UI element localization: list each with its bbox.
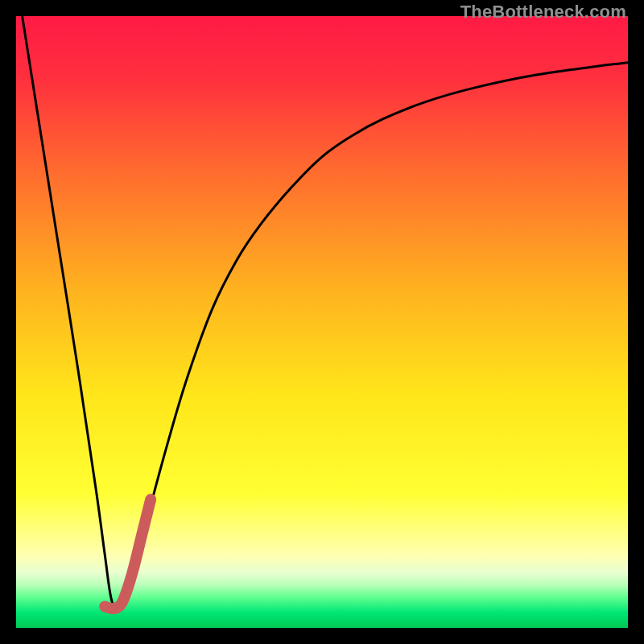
bottleneck-chart [16, 16, 628, 628]
chart-background-gradient [16, 16, 628, 628]
watermark-text: TheBottleneck.com [460, 2, 626, 23]
chart-frame: TheBottleneck.com [0, 0, 644, 644]
